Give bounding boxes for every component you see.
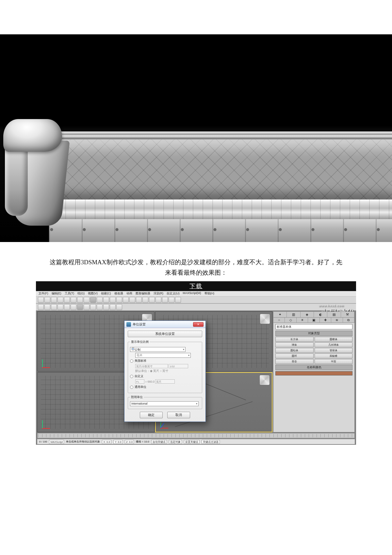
prim-button[interactable]: 茶壶 <box>275 359 314 364</box>
panel-tabs[interactable]: ✦▥◈◐▤⚒ <box>273 312 354 318</box>
menu-item[interactable]: 文件(F) <box>39 291 48 296</box>
menu-bar[interactable]: 文件(F) 编辑(E) 工具(T) 组(G) 视图(V) 创建(C) 修改器 动… <box>36 291 356 296</box>
radio-metric[interactable]: 公制 <box>130 347 186 352</box>
cat-lights-icon[interactable]: ☀ <box>297 318 308 322</box>
cat-space-icon[interactable]: ≋ <box>331 318 343 322</box>
toolbar-button[interactable] <box>38 304 44 310</box>
toolbar-button[interactable] <box>77 297 83 303</box>
toolbar-button[interactable] <box>71 297 76 303</box>
menu-item[interactable]: 帮助(H) <box>204 291 215 296</box>
tab-create-icon[interactable]: ✦ <box>273 312 287 317</box>
toolbar-button[interactable] <box>38 297 44 303</box>
toolbar-button[interactable] <box>162 297 168 303</box>
toolbar-button[interactable] <box>97 297 103 303</box>
cat-cameras-icon[interactable]: ▣ <box>308 318 319 322</box>
tab-modify-icon[interactable]: ▥ <box>287 312 300 317</box>
prim-button[interactable]: 几何球体 <box>315 342 353 347</box>
toolbar-button[interactable] <box>44 297 50 303</box>
prim-button[interactable]: 平面 <box>315 359 353 364</box>
coord-y[interactable]: Y: 0.0 <box>113 440 122 444</box>
toolbar-button[interactable] <box>51 304 57 310</box>
timeline[interactable] <box>37 433 355 438</box>
toolbar-button[interactable] <box>103 304 109 310</box>
toolbar-button[interactable] <box>175 297 181 303</box>
tab-display-icon[interactable]: ▤ <box>327 312 341 317</box>
toolbar-button[interactable] <box>129 297 135 303</box>
coord-x[interactable]: X: 0.0 <box>102 440 111 444</box>
radio-generic[interactable]: 通用单位 <box>130 385 200 389</box>
toolbar-button[interactable] <box>84 304 90 310</box>
toolbar-button[interactable] <box>57 297 63 303</box>
toolbar-secondary[interactable] <box>36 304 356 311</box>
toolbar-button[interactable] <box>77 304 83 310</box>
cat-geometry-icon[interactable]: ○ <box>273 318 285 322</box>
menu-item[interactable]: 工具(T) <box>65 291 74 296</box>
tab-motion-icon[interactable]: ◐ <box>314 312 327 317</box>
toolbar-button[interactable] <box>90 304 96 310</box>
cat-systems-icon[interactable]: ⧉ <box>343 318 354 322</box>
menu-item[interactable]: 视图(V) <box>88 291 98 296</box>
toolbar-button[interactable] <box>57 304 63 310</box>
radio-us[interactable]: 美国标准 <box>130 359 200 363</box>
menu-item[interactable]: 渲染(R) <box>154 291 164 296</box>
toolbar-button[interactable] <box>64 297 70 303</box>
menu-item[interactable]: 编辑(E) <box>52 291 61 296</box>
units-dialog[interactable]: 单位设置 ✕ 系统单位设置 显示单位比例 公制 毫米 美国标准 英尺/分数英寸 … <box>124 321 206 422</box>
tab-utilities-icon[interactable]: ⚒ <box>341 312 354 317</box>
color-swatch[interactable] <box>275 371 352 375</box>
prim-button[interactable]: 球体 <box>275 342 314 347</box>
lighting-select[interactable]: International <box>130 401 199 406</box>
autokey-target[interactable]: 选定对象 <box>169 440 182 444</box>
prim-button[interactable]: 圆环 <box>275 354 314 358</box>
download-bar[interactable]: 下载 <box>36 281 356 291</box>
toolbar-button[interactable] <box>149 297 155 303</box>
ok-button[interactable]: 确定 <box>140 412 163 418</box>
toolbar-button[interactable] <box>84 297 90 303</box>
category-tabs[interactable]: ○◇☀▣✚≋⧉ <box>273 318 354 323</box>
toolbar-button[interactable] <box>155 297 161 303</box>
tab-hierarchy-icon[interactable]: ◈ <box>301 312 314 317</box>
prim-button[interactable]: 管状体 <box>315 348 353 353</box>
menu-item[interactable]: 修改器 <box>114 291 123 296</box>
cancel-button[interactable]: 取消 <box>167 412 190 418</box>
status-script[interactable]: MAXScript <box>49 440 64 444</box>
toolbar-button[interactable] <box>116 304 122 310</box>
toolbar-button[interactable] <box>90 297 96 303</box>
viewcube-icon[interactable] <box>260 314 270 324</box>
dialog-titlebar[interactable]: 单位设置 ✕ <box>124 321 205 328</box>
toolbar-main[interactable] <box>36 296 356 304</box>
prim-button[interactable]: 圆锥体 <box>315 337 353 342</box>
system-units-button[interactable]: 系统单位设置 <box>128 331 202 337</box>
toolbar-button[interactable] <box>110 304 116 310</box>
setkey-button[interactable]: 设置关键点 <box>184 440 200 444</box>
toolbar-button[interactable] <box>71 304 76 310</box>
viewcube-icon[interactable] <box>259 375 270 385</box>
menu-item[interactable]: 创建(C) <box>101 291 111 296</box>
toolbar-button[interactable] <box>169 297 174 303</box>
coord-z[interactable]: Z: 0.0 <box>125 440 134 444</box>
menu-item[interactable]: MAXScript(M) <box>183 291 201 296</box>
prim-button[interactable]: 圆柱体 <box>275 348 314 353</box>
toolbar-button[interactable] <box>123 297 129 303</box>
toolbar-button[interactable] <box>136 297 142 303</box>
toolbar-button[interactable] <box>142 297 148 303</box>
toolbar-button[interactable] <box>64 304 70 310</box>
toolbar-button[interactable] <box>97 304 103 310</box>
cat-shapes-icon[interactable]: ◇ <box>285 318 296 322</box>
toolbar-button[interactable] <box>116 297 122 303</box>
toolbar-button[interactable] <box>103 297 109 303</box>
rollout-header[interactable]: 名称和颜色 <box>275 365 352 370</box>
toolbar-button[interactable] <box>51 297 57 303</box>
menu-item[interactable]: 组(G) <box>77 291 85 296</box>
toolbar-button[interactable] <box>110 297 116 303</box>
menu-item[interactable]: 图形编辑器 <box>136 291 150 296</box>
menu-item[interactable]: 自定义(U) <box>167 291 180 296</box>
menu-item[interactable]: 动画 <box>126 291 132 296</box>
metric-select[interactable]: 毫米 <box>135 353 191 358</box>
radio-custom[interactable]: 自定义 <box>130 374 200 378</box>
close-button[interactable]: ✕ <box>193 322 204 327</box>
command-panel[interactable]: ✦▥◈◐▤⚒ ○◇☀▣✚≋⧉ 标准基本体 对象类型 长方体圆锥体 球体几何球体 … <box>273 311 355 432</box>
cat-helpers-icon[interactable]: ✚ <box>320 318 331 322</box>
rollout-header[interactable]: 对象类型 <box>275 331 352 336</box>
autokey-button[interactable]: 自动关键点 <box>151 440 167 444</box>
